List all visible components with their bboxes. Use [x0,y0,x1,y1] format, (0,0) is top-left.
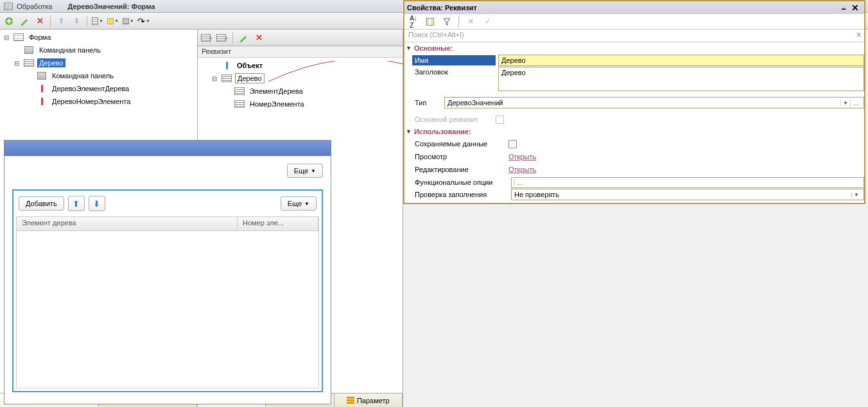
tree-row[interactable]: ДеревоНомерЭлемента [0,95,197,108]
preview-table-toolbar: Добавить ⬆ ⬇ Еще ▼ [16,193,319,214]
tree-row[interactable]: НомерЭлемента [198,98,403,110]
prop-label: Тип [412,98,442,108]
edit-link[interactable]: Открыть [508,166,536,173]
filter-button[interactable] [440,15,453,28]
prop-label: Функциональные опции [412,177,508,187]
prop-row-header: Заголовок [404,67,864,92]
tab-label: Параметр [357,397,390,404]
prop-row-func: Функциональные опции … [404,176,864,189]
tree-row[interactable]: ДеревоЭлементДерева [0,82,197,95]
column-header[interactable]: Номер эле... [238,217,318,230]
prop-row-view: Просмотр Открыть [404,150,864,163]
sort-button[interactable]: A↓Z [407,15,420,28]
mainreq-checkbox [496,116,504,124]
collapse-icon[interactable]: ⊟ [13,60,21,67]
prop-row-mainreq: Основной реквизит [404,113,864,126]
column-header[interactable]: Элемент дерева [17,217,238,230]
preview-table-container: Добавить ⬆ ⬇ Еще ▼ Элемент дерева Номер … [12,189,323,392]
move-up-button[interactable]: ⇧ [55,15,67,28]
tree-label: Форма [27,33,53,42]
dropdown-icon[interactable]: ▼ [851,192,861,198]
properties-title-bar: Свойства: Реквизит ⫠ ✕ [404,1,864,14]
goto-button[interactable]: ↷▼ [137,15,150,28]
more-button[interactable]: Еще ▼ [287,164,323,178]
ellipsis-button[interactable]: … [514,179,525,186]
check-select[interactable]: Не проверять ▼ [511,189,864,200]
func-options-field[interactable]: … [511,177,864,188]
search-placeholder: Поиск (Ctrl+Alt+I) [408,31,464,39]
section-usage[interactable]: ▼ Использование: [404,126,864,137]
detail-view-button[interactable]: ▼ [91,15,104,28]
prop-label: Основной реквизит [412,114,496,125]
highlight-button[interactable]: ▼ [107,15,119,28]
collapse-icon[interactable]: ⊟ [211,75,218,82]
check-value: Не проверять [514,191,559,198]
button-label: Еще [288,200,302,207]
add-button[interactable] [3,15,15,28]
tree-row-derevo[interactable]: ⊟ Дерево [0,56,197,69]
ellipsis-button[interactable]: … [850,100,861,107]
view-link[interactable]: Открыть [508,153,536,160]
edit-button[interactable] [237,31,250,44]
tree-label-selected: Дерево [37,58,65,67]
tree-row-derevo-req[interactable]: ⊟ Дерево [198,72,403,85]
dropdown-icon[interactable]: ▼ [840,100,850,106]
tree-label-highlighted: Дерево [235,73,265,83]
tree-row[interactable]: ЭлементДерева [198,85,403,98]
prop-label: Редактирование [412,164,508,175]
clear-search-icon[interactable]: ✕ [856,31,862,39]
name-input[interactable] [498,55,864,66]
properties-search[interactable]: Поиск (Ctrl+Alt+I) ✕ [404,30,864,42]
close-button[interactable]: ✕ [849,3,862,13]
add-subcolumn-button[interactable]: + [216,31,229,44]
delete-button[interactable]: ✕ [252,31,265,44]
type-select[interactable]: ДеревоЗначений ▼ … [444,97,864,108]
properties-panel: Свойства: Реквизит ⫠ ✕ A↓Z ✕ ✓ Поиск (Ct… [403,0,865,204]
section-label: Основные: [414,44,453,52]
prop-label: Проверка заполнения [412,189,508,200]
form-icon [4,3,13,10]
tree-row-form[interactable]: ⊟ Форма [0,31,197,44]
move-up-button[interactable]: ⬆ [68,196,85,211]
button-label: Добавить [26,200,57,207]
stack-icon [347,397,354,404]
edit-button[interactable] [18,15,31,28]
collapse-arrow-icon: ▼ [406,128,412,135]
preview-titlebar [4,141,331,156]
tree-label: ДеревоНомерЭлемента [50,97,132,106]
move-down-button[interactable]: ⇩ [70,15,83,28]
prop-label: Заголовок [412,67,496,77]
delete-button[interactable]: ✕ [33,15,46,28]
tree-label: ДеревоЭлементДерева [50,84,131,93]
list-button[interactable]: ▼ [122,15,135,28]
pin-icon[interactable]: ⫠ [840,4,847,12]
header-input[interactable] [498,67,864,91]
collapse-arrow-icon: ▼ [406,45,412,51]
categorize-button[interactable] [424,15,437,28]
title-prefix: Обработка [17,3,52,10]
title-main: ДеревоЗначений: Форма [67,3,155,10]
add-column-button[interactable]: + [200,31,213,44]
tree-row-object[interactable]: Объект [198,59,403,72]
prop-label: Сохраняемые данные [412,139,508,149]
section-main[interactable]: ▼ Основные: [404,42,864,54]
form-preview: Еще ▼ Добавить ⬆ ⬇ Еще ▼ Элемент дерева [4,140,331,404]
apply-button: ✓ [481,15,494,28]
preview-grid[interactable]: Элемент дерева Номер эле... [16,216,319,388]
prop-row-edit: Редактирование Открыть [404,163,864,176]
add-row-button[interactable]: Добавить [19,196,64,211]
move-down-button[interactable]: ⬇ [89,196,105,211]
mid-toolbar: + + ✕ [198,30,403,46]
table-more-button[interactable]: Еще ▼ [281,196,317,211]
tree-row[interactable]: Командная панель [0,44,197,56]
tree-label: Командная панель [50,71,116,80]
prop-row-saved: Сохраняемые данные [404,137,864,150]
tree-row[interactable]: Командная панель [0,69,197,82]
saved-checkbox[interactable] [508,140,517,148]
prop-row-type: Тип ДеревоЗначений ▼ … [404,96,864,109]
collapse-icon[interactable]: ⊟ [3,34,10,41]
tree-label: Объект [235,61,265,70]
tree-label: Командная панель [37,46,103,55]
prop-label: Просмотр [412,152,508,162]
tab-parameters[interactable]: Параметр [334,394,403,407]
